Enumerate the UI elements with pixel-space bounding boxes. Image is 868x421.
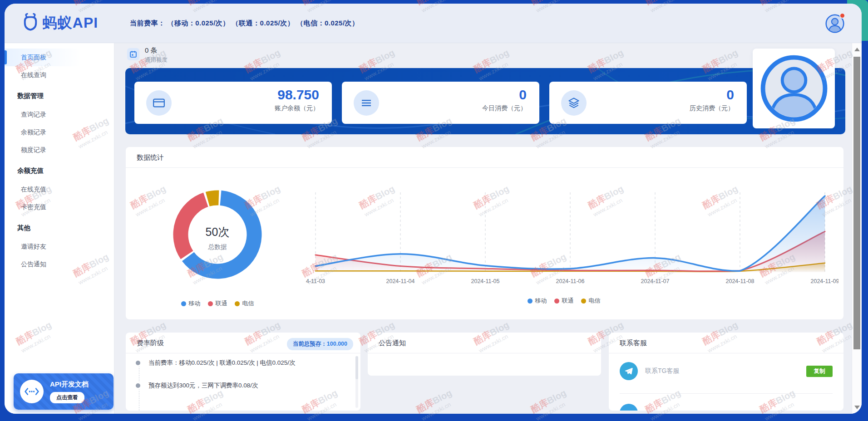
legend-item-联通[interactable]: 联通	[554, 297, 574, 305]
sidebar-section-9: 其他	[5, 218, 114, 238]
x-axis-label: 2024-11-08	[725, 278, 754, 284]
legend-item-联通[interactable]: 联通	[208, 299, 227, 308]
donut-total-value: 50次	[158, 225, 276, 240]
app-window: 蚂蚁API 当前费率： （移动：0.025/次） （联通：0.025/次） （电…	[5, 4, 862, 414]
api-docs-card[interactable]: API开发文档 点击查看	[14, 373, 113, 410]
copy-button[interactable]: 复制	[806, 366, 833, 377]
scroll-up-arrow[interactable]	[854, 48, 860, 51]
support-item-label: 联系TG客服	[645, 367, 679, 375]
api-docs-title: API开发文档	[50, 380, 89, 389]
stat-value: 0	[482, 87, 527, 103]
divider	[126, 167, 843, 168]
donut-segment-电信	[207, 198, 219, 199]
rate-tier-item-0: 当前费率：移动0.025/次 | 联通0.025/次 | 电信0.025/次	[136, 359, 296, 367]
main-content: 0 条 通用额度 98.750账户余额（元）0今日消费（元）0历史消费（元）	[114, 43, 852, 414]
donut-legend: 移动联通电信	[145, 299, 290, 308]
quota-label: 通用额度	[145, 56, 168, 64]
sidebar-item-8[interactable]: 卡密充值	[5, 198, 114, 216]
x-axis-label: 2024-11-09	[810, 278, 838, 284]
data-statistics-title: 数据统计	[137, 153, 164, 162]
sidebar-item-3[interactable]: 查询记录	[5, 106, 114, 123]
x-axis-label: 2024-11-05	[471, 278, 499, 284]
code-icon	[20, 380, 44, 403]
donut-total-label: 总数据	[158, 243, 276, 251]
legend-item-电信[interactable]: 电信	[581, 297, 601, 305]
sidebar-section-2: 数据管理	[5, 86, 114, 106]
scrollbar-thumb[interactable]	[853, 57, 860, 349]
legend-dot	[528, 299, 533, 304]
divider	[368, 353, 601, 353]
contact-support-title: 联系客服	[620, 339, 647, 348]
sidebar-item-11[interactable]: 公告通知	[5, 255, 114, 273]
sidebar-item-0[interactable]: 首页面板	[5, 49, 114, 66]
divider	[620, 393, 833, 394]
credit-card-icon	[146, 90, 172, 116]
legend-dot	[181, 301, 186, 306]
line-chart-legend: 移动联通电信	[289, 297, 838, 305]
sidebar-item-4[interactable]: 余额记录	[5, 123, 114, 141]
stat-label: 历史消费（元）	[690, 104, 734, 113]
card-scrollbar[interactable]	[355, 356, 358, 408]
donut-chart: 50次 总数据	[158, 176, 276, 294]
x-axis-label: 4-11-03	[306, 278, 325, 284]
profile-avatar	[760, 54, 829, 123]
stats-banner: 98.750账户余额（元）0今日消费（元）0历史消费（元）	[125, 68, 845, 134]
notification-dot	[839, 13, 845, 19]
stat-label: 今日消费（元）	[482, 104, 527, 113]
x-axis-label: 2024-11-07	[641, 278, 669, 284]
divider	[126, 353, 360, 353]
sidebar-item-5[interactable]: 额度记录	[5, 141, 114, 159]
legend-item-移动[interactable]: 移动	[528, 297, 547, 305]
vertical-scrollbar[interactable]	[852, 43, 862, 414]
total-prestore-value: 100.000	[327, 341, 347, 347]
stat-label: 账户余额（元）	[275, 104, 319, 113]
x-axis-label: 2024-11-06	[556, 278, 584, 284]
current-rate-text: 当前费率： （移动：0.025/次） （联通：0.025/次） （电信：0.02…	[130, 19, 359, 28]
layers-icon	[561, 90, 587, 116]
contact-support-card: 联系客服 联系TG客服 复制	[609, 333, 843, 411]
scroll-down-arrow[interactable]	[854, 406, 860, 409]
logo-text: 蚂蚁API	[43, 13, 98, 33]
user-avatar[interactable]	[825, 14, 844, 33]
x-axis-label: 2024-11-04	[386, 278, 414, 284]
sidebar-menu: 首页面板在线查询数据管理查询记录余额记录额度记录余额充值在线充值卡密充值其他邀请…	[5, 49, 114, 273]
sidebar-item-10[interactable]: 邀请好友	[5, 238, 114, 255]
next-support-icon	[620, 404, 638, 411]
stat-card-2: 0历史消费（元）	[549, 82, 747, 124]
top-header: 蚂蚁API 当前费率： （移动：0.025/次） （联通：0.025/次） （电…	[5, 4, 862, 43]
quota-count: 0 条	[145, 46, 168, 55]
notice-title: 公告通知	[379, 339, 406, 348]
stat-value: 0	[690, 87, 734, 103]
divider	[609, 353, 843, 353]
stat-card-0: 98.750账户余额（元）	[134, 82, 332, 124]
timeline-dot	[136, 383, 140, 388]
quota-summary: 0 条 通用额度	[127, 46, 168, 64]
rate-tier-item-1: 预存额达到300元，三网下调费率0.08/次	[136, 382, 258, 390]
api-docs-view-button[interactable]: 点击查看	[50, 392, 84, 403]
sidebar-item-7[interactable]: 在线充值	[5, 181, 114, 198]
timeline-dot	[136, 361, 140, 365]
legend-item-电信[interactable]: 电信	[235, 299, 254, 308]
ant-logo-icon	[21, 13, 40, 34]
stat-card-1: 0今日消费（元）	[342, 82, 539, 124]
legend-dot	[208, 301, 213, 306]
legend-dot	[554, 299, 559, 304]
sidebar-item-1[interactable]: 在线查询	[5, 66, 114, 84]
support-item-telegram: 联系TG客服 复制	[620, 358, 833, 384]
rate-tier-title: 费率阶级	[137, 339, 164, 348]
sidebar: 首页面板在线查询数据管理查询记录余额记录额度记录余额充值在线充值卡密充值其他邀请…	[5, 43, 114, 414]
calendar-icon	[127, 48, 139, 60]
telegram-icon	[620, 362, 638, 380]
legend-dot	[235, 301, 240, 306]
legend-item-移动[interactable]: 移动	[181, 299, 201, 308]
list-icon	[354, 90, 379, 116]
data-statistics-card: 数据统计 50次 总数据 移动联通电信 4-11-032024-11-04202…	[126, 147, 843, 319]
total-prestore-badge: 当前总预存：100.000	[287, 338, 353, 350]
profile-avatar-card[interactable]	[753, 49, 835, 128]
legend-dot	[581, 299, 586, 304]
stat-value: 98.750	[275, 87, 319, 103]
app-logo[interactable]: 蚂蚁API	[5, 13, 114, 34]
notice-card: 公告通知	[368, 333, 601, 376]
sidebar-section-6: 余额充值	[5, 161, 114, 181]
rate-tier-card: 费率阶级 当前总预存：100.000 当前费率：移动0.025/次 | 联通0.…	[126, 333, 360, 411]
